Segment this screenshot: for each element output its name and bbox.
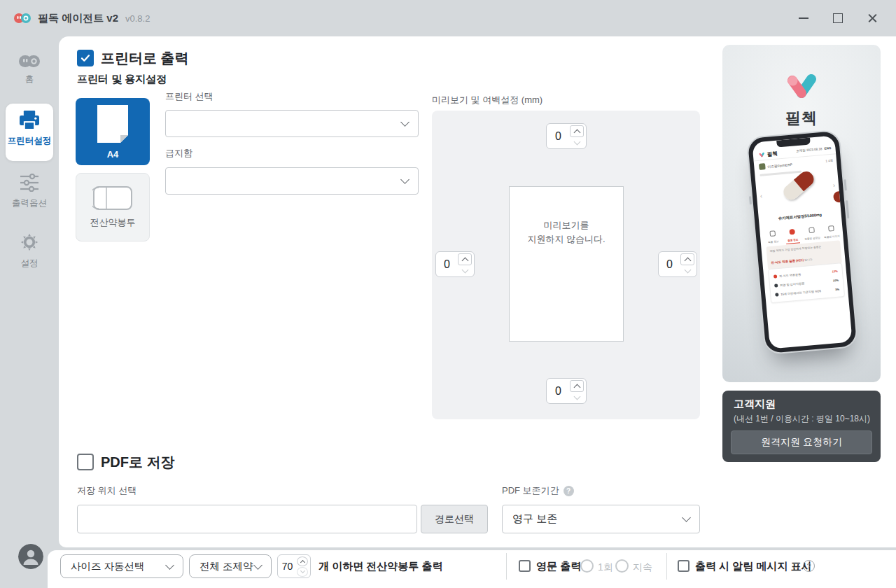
help-icon[interactable]: ? bbox=[564, 486, 574, 496]
paper-card-label: 전산약봉투 bbox=[90, 216, 136, 229]
chevron-down-icon bbox=[684, 266, 691, 273]
phone-screen: 필첵 조제일 2023.08.18 ENG 이즈팜FormERP 1 4회 ‹ … bbox=[752, 135, 852, 349]
chevron-up-icon bbox=[300, 560, 304, 565]
a4-paper-icon bbox=[97, 104, 129, 144]
phone-pharmacy-name: 이즈팜FormERP bbox=[767, 162, 792, 168]
print-alert-checkbox[interactable] bbox=[678, 560, 690, 572]
phone-power-button bbox=[844, 179, 846, 190]
sidebar-item-printer-settings[interactable]: 프린터설정 bbox=[0, 111, 59, 147]
remote-support-button[interactable]: 원격지원 요청하기 bbox=[731, 430, 872, 454]
sidebar-item-output-options[interactable]: 출력옵션 bbox=[0, 174, 59, 209]
support-title: 고객지원 bbox=[734, 398, 776, 411]
promo-panel: 필첵 필첵 조제일 2023.08.18 ENG 이즈 bbox=[722, 45, 881, 382]
sidebar-item-label: 프린터설정 bbox=[8, 135, 52, 147]
radio-continuous[interactable] bbox=[615, 559, 629, 573]
margin-bottom-value: 0 bbox=[547, 385, 570, 398]
chevron-down-icon bbox=[573, 393, 580, 400]
stepper-down-button[interactable] bbox=[570, 138, 584, 147]
pilcheck-brand-name: 필첵 bbox=[722, 108, 881, 129]
save-as-pdf-checkbox[interactable] bbox=[77, 454, 94, 470]
english-print-label: 영문 출력 bbox=[536, 560, 581, 573]
app-window: { "window": { "title": "필독 에이전트 v2", "ve… bbox=[0, 0, 896, 588]
printer-select[interactable] bbox=[165, 110, 419, 137]
phone-header-info: 조제일 2023.08.18 ENG bbox=[796, 146, 832, 153]
medicine-scope-select[interactable]: 전체 조제약 bbox=[189, 554, 272, 578]
preview-section-label: 미리보기 및 여백설정 (mm) bbox=[432, 94, 542, 106]
phone-stats-card: 위-식도 역류질환 12% 위염 및 십이지장염 10% 15세 미만에서의 기… bbox=[768, 262, 845, 303]
save-path-input[interactable] bbox=[77, 505, 417, 533]
phone-pharmacy-thumb bbox=[759, 163, 766, 170]
phone-app-name: 필첵 bbox=[766, 150, 778, 158]
count-threshold-suffix: 개 이하면 전산약봉투 출력 bbox=[318, 560, 443, 573]
save-path-label: 저장 위치 선택 bbox=[77, 484, 136, 497]
minimize-button[interactable] bbox=[792, 6, 816, 30]
printer-icon bbox=[20, 111, 39, 130]
paper-card-envelope[interactable]: 전산약봉투 bbox=[76, 173, 150, 241]
stepper-down-button[interactable] bbox=[570, 393, 584, 402]
stepper-down-button[interactable] bbox=[680, 266, 694, 275]
close-icon bbox=[867, 13, 878, 24]
margin-right-value: 0 bbox=[659, 258, 680, 271]
help-icon[interactable]: ? bbox=[803, 560, 815, 572]
chevron-up-icon bbox=[573, 130, 580, 136]
margin-top-stepper[interactable]: 0 bbox=[546, 123, 587, 149]
paper-card-label: A4 bbox=[107, 149, 119, 160]
margin-top-value: 0 bbox=[547, 130, 570, 143]
phone-notice-highlight: 위-식도 역류 질환 (K21) bbox=[771, 258, 804, 265]
app-version: v0.8.2 bbox=[125, 13, 150, 24]
pdf-retention-label: PDF 보존기간 bbox=[502, 484, 559, 497]
phone-carousel-next-icon: › bbox=[833, 182, 836, 189]
tray-select-label: 급지함 bbox=[165, 147, 192, 160]
envelope-size-select[interactable]: 사이즈 자동선택 bbox=[60, 554, 183, 578]
maximize-button[interactable] bbox=[826, 6, 850, 30]
phone-mute-switch bbox=[749, 196, 752, 204]
phone-app-header: 필첵 bbox=[759, 150, 778, 159]
phone-pharmacy-meta: 1 4회 bbox=[825, 159, 833, 163]
chevron-down-icon bbox=[400, 175, 410, 184]
pilcheck-logo-icon bbox=[785, 73, 820, 102]
app-logo-pill-icon bbox=[14, 13, 31, 24]
count-threshold-stepper[interactable]: 70 bbox=[277, 554, 311, 578]
chevron-down-icon bbox=[300, 568, 304, 573]
titlebar: 필독 에이전트 v2 v0.8.2 bbox=[14, 0, 150, 36]
margin-bottom-stepper[interactable]: 0 bbox=[546, 378, 587, 404]
phone-volume-button bbox=[846, 200, 849, 218]
stepper-up-button[interactable] bbox=[458, 253, 472, 265]
tray-select[interactable] bbox=[165, 167, 419, 195]
phone-carousel-prev-icon: ‹ bbox=[760, 192, 763, 200]
chevron-down-icon bbox=[461, 266, 468, 273]
close-button[interactable] bbox=[860, 6, 884, 30]
stepper-up-button[interactable] bbox=[297, 556, 308, 566]
english-print-checkbox[interactable] bbox=[519, 560, 531, 572]
count-threshold-value: 70 bbox=[278, 561, 297, 572]
stepper-down-button[interactable] bbox=[297, 567, 308, 577]
chevron-up-icon bbox=[573, 384, 580, 391]
margin-right-stepper[interactable]: 0 bbox=[658, 251, 697, 277]
maximize-icon bbox=[833, 13, 843, 23]
stepper-up-button[interactable] bbox=[570, 380, 584, 392]
stepper-up-button[interactable] bbox=[570, 125, 584, 137]
sidebar-item-home[interactable]: 홈 bbox=[0, 55, 59, 85]
paper-settings-title: 프린터 및 용지설정 bbox=[77, 73, 167, 86]
sidebar-item-settings[interactable]: 설정 bbox=[0, 232, 59, 270]
phone-mockup: 필첵 조제일 2023.08.18 ENG 이즈팜FormERP 1 4회 ‹ … bbox=[746, 130, 859, 355]
select-path-button[interactable]: 경로선택 bbox=[421, 505, 488, 533]
paper-card-a4[interactable]: A4 bbox=[76, 98, 150, 165]
sidebar-item-label: 홈 bbox=[25, 74, 34, 85]
pilcheck-mini-logo-icon bbox=[759, 152, 766, 158]
chevron-down-icon bbox=[682, 513, 691, 522]
print-to-printer-checkbox[interactable] bbox=[77, 50, 94, 66]
margin-left-stepper[interactable]: 0 bbox=[435, 251, 475, 277]
pdf-retention-select[interactable]: 영구 보존 bbox=[502, 505, 700, 533]
stepper-up-button[interactable] bbox=[680, 253, 694, 265]
stepper-down-button[interactable] bbox=[458, 266, 472, 275]
preview-unavailable-box: 미리보기를 지원하지 않습니다. bbox=[509, 186, 624, 342]
avatar[interactable] bbox=[18, 544, 43, 569]
phone-tab: 복용법 이미지 bbox=[821, 220, 842, 241]
phone-notch bbox=[776, 137, 811, 147]
phone-pill-partial bbox=[833, 191, 845, 203]
phone-skeleton-text bbox=[760, 171, 802, 176]
radio-once[interactable] bbox=[580, 559, 594, 573]
sidebar-item-label: 출력옵션 bbox=[12, 197, 47, 209]
medicine-scope-value: 전체 조제약 bbox=[200, 560, 253, 573]
